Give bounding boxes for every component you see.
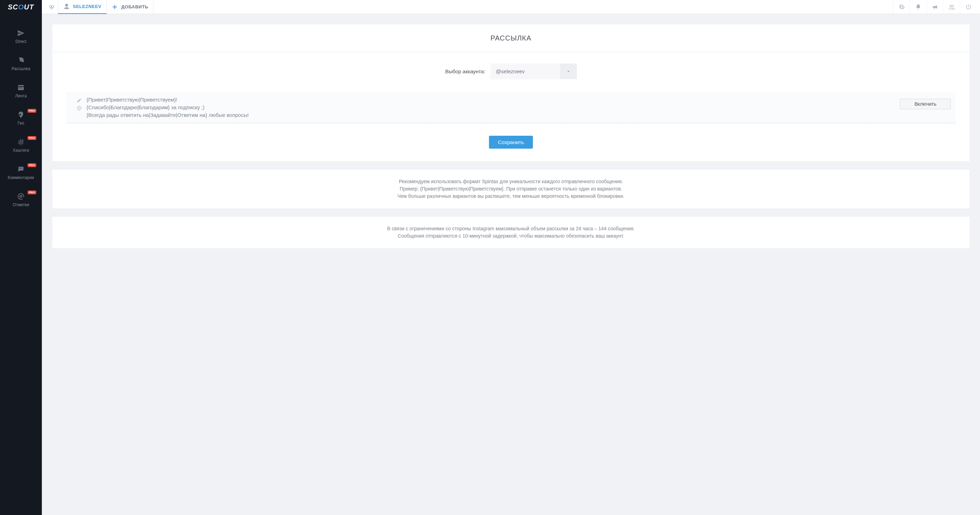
megaphone-icon [932, 4, 938, 10]
save-button[interactable]: Сохранить [489, 136, 533, 148]
hint-limits: В связи с ограничениями со стороны Insta… [52, 217, 969, 248]
plus-icon [111, 4, 118, 10]
tag-icon [17, 56, 25, 64]
comments-icon [17, 165, 25, 173]
sidebar-item-geo[interactable]: PRO Гео [0, 105, 42, 132]
circles-icon [48, 4, 55, 10]
topbar: SELEZNEEV ДОБАВИТЬ [42, 0, 980, 14]
logout-button[interactable] [960, 0, 977, 14]
sidebar-item-hashtags[interactable]: PRO Хэштеги [0, 132, 42, 159]
enable-button[interactable]: Включить [900, 99, 951, 109]
sidebar-item-label: Отметки [13, 202, 29, 207]
announce-button[interactable] [926, 0, 943, 14]
users-icon [948, 4, 955, 10]
message-template-block: {Привет|Приветствую|Приветствуем}! {Спас… [66, 92, 956, 123]
page-title: РАССЫЛКА [52, 34, 969, 42]
power-icon [965, 4, 972, 10]
pro-badge: PRO [27, 163, 36, 167]
location-icon [17, 111, 25, 119]
broadcast-card: РАССЫЛКА Выбор аккаунта: @selezneev [52, 24, 969, 161]
gear-icon [898, 4, 905, 10]
edit-icon[interactable] [77, 98, 82, 103]
account-select-label: Выбор аккаунта: [445, 69, 485, 74]
accounts-overview-button[interactable] [45, 0, 58, 14]
sidebar-item-broadcast[interactable]: Рассылка [0, 50, 42, 78]
sidebar-item-comments[interactable]: PRO Комментарии [0, 159, 42, 187]
pro-badge: PRO [27, 136, 36, 140]
sidebar-item-label: Рассылка [11, 66, 30, 71]
account-select[interactable]: @selezneev [490, 64, 577, 79]
tab-add-account[interactable]: ДОБАВИТЬ [107, 0, 154, 14]
tab-account-selezneev[interactable]: SELEZNEEV [58, 0, 107, 14]
sidebar-item-label: Комментарии [8, 175, 34, 180]
pro-badge: PRO [27, 190, 36, 195]
sidebar-item-mentions[interactable]: PRO Отметки [0, 187, 42, 214]
send-icon [17, 29, 25, 37]
hint-spintax: Рекомендуем использовать формат Spintax … [52, 170, 969, 208]
sidebar-item-label: Лента [15, 94, 27, 98]
bell-icon [915, 4, 921, 10]
emoji-icon[interactable] [77, 106, 82, 111]
sidebar: SCOUT Direct Рассылка Лента PRO Гео PRO … [0, 0, 42, 515]
card-header: РАССЫЛКА [52, 24, 969, 53]
logo[interactable]: SCOUT [0, 0, 42, 14]
add-label: ДОБАВИТЬ [121, 4, 149, 10]
at-icon [17, 193, 25, 200]
sidebar-item-label: Хэштеги [13, 148, 29, 153]
sidebar-item-label: Direct [15, 39, 26, 44]
sidebar-item-feed[interactable]: Лента [0, 78, 42, 105]
content-area: РАССЫЛКА Выбор аккаунта: @selezneev [42, 14, 980, 258]
notifications-button[interactable] [910, 0, 926, 14]
tab-label: SELEZNEEV [73, 4, 102, 9]
settings-button[interactable] [893, 0, 910, 14]
chevron-down-icon [560, 64, 577, 79]
hashtag-icon [17, 138, 25, 146]
user-icon [63, 3, 70, 10]
message-template-text[interactable]: {Привет|Приветствую|Приветствуем}! {Спас… [86, 96, 249, 119]
pro-badge: PRO [27, 109, 36, 113]
members-button[interactable] [943, 0, 960, 14]
account-select-value: @selezneev [490, 64, 560, 79]
calendar-icon [17, 84, 25, 91]
sidebar-item-direct[interactable]: Direct [0, 23, 42, 50]
sidebar-item-label: Гео [18, 121, 24, 126]
